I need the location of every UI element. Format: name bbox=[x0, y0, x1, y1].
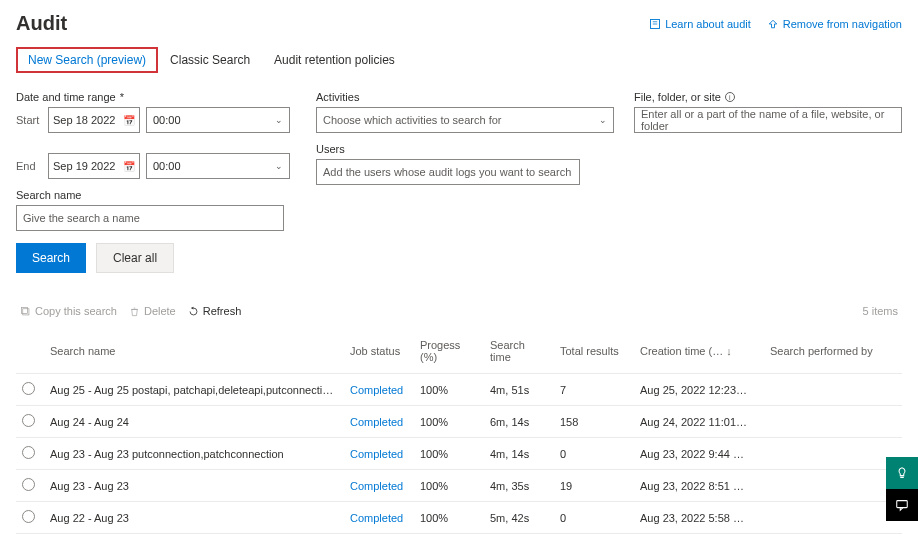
activities-input[interactable]: Choose which activities to search for ⌄ bbox=[316, 107, 614, 133]
trash-icon bbox=[129, 306, 140, 317]
col-header-created[interactable]: Creation time (… ↓ bbox=[634, 329, 764, 374]
cell-search-time: 5m, 42s bbox=[484, 502, 554, 534]
cell-created: Aug 23, 2022 5:58 … bbox=[634, 502, 764, 534]
row-checkbox[interactable] bbox=[22, 510, 35, 523]
cell-name: Aug 23 - Aug 23 bbox=[44, 470, 344, 502]
cell-total: 158 bbox=[554, 406, 634, 438]
table-row[interactable]: Aug 23 - Aug 23Completed100%4m, 35s19Aug… bbox=[16, 470, 902, 502]
chevron-down-icon: ⌄ bbox=[599, 115, 607, 125]
cell-search-time: 4m, 14s bbox=[484, 438, 554, 470]
row-checkbox[interactable] bbox=[22, 382, 35, 395]
calendar-icon: 📅 bbox=[123, 115, 135, 126]
tab-classic-search[interactable]: Classic Search bbox=[158, 47, 262, 73]
start-label: Start bbox=[16, 114, 42, 126]
tab-new-search[interactable]: New Search (preview) bbox=[16, 47, 158, 73]
end-time-input[interactable]: 00:00 ⌄ bbox=[146, 153, 290, 179]
tab-retention-policies[interactable]: Audit retention policies bbox=[262, 47, 407, 73]
learn-about-audit-link[interactable]: Learn about audit bbox=[649, 18, 751, 30]
cell-created: Aug 25, 2022 12:23… bbox=[634, 374, 764, 406]
search-name-input[interactable]: Give the search a name bbox=[16, 205, 284, 231]
cell-name: Aug 23 - Aug 23 putconnection,patchconne… bbox=[44, 438, 344, 470]
chat-button[interactable] bbox=[886, 489, 918, 521]
unpin-icon bbox=[767, 18, 779, 30]
svg-rect-5 bbox=[897, 501, 908, 508]
start-date-input[interactable]: Sep 18 2022 📅 bbox=[48, 107, 140, 133]
cell-created: Aug 23, 2022 8:51 … bbox=[634, 470, 764, 502]
cell-performed bbox=[764, 406, 902, 438]
col-header-total[interactable]: Total results bbox=[554, 329, 634, 374]
activities-label: Activities bbox=[316, 91, 614, 103]
chat-icon bbox=[895, 498, 909, 512]
table-row[interactable]: Aug 25 - Aug 25 postapi, patchapi,delete… bbox=[16, 374, 902, 406]
delete-action[interactable]: Delete bbox=[129, 305, 176, 317]
cell-status[interactable]: Completed bbox=[350, 512, 403, 524]
info-icon[interactable]: i bbox=[725, 92, 735, 102]
book-icon bbox=[649, 18, 661, 30]
cell-search-time: 4m, 51s bbox=[484, 374, 554, 406]
cell-progress: 100% bbox=[414, 438, 484, 470]
cell-search-time: 6m, 14s bbox=[484, 406, 554, 438]
file-input[interactable]: Enter all or a part of the name of a fil… bbox=[634, 107, 902, 133]
refresh-action[interactable]: Refresh bbox=[188, 305, 242, 317]
row-checkbox[interactable] bbox=[22, 478, 35, 491]
cell-name: Aug 25 - Aug 25 postapi, patchapi,delete… bbox=[44, 374, 344, 406]
cell-created: Aug 24, 2022 11:01… bbox=[634, 406, 764, 438]
copy-icon bbox=[20, 306, 31, 317]
chevron-down-icon: ⌄ bbox=[275, 161, 283, 171]
cell-status[interactable]: Completed bbox=[350, 416, 403, 428]
svg-rect-3 bbox=[23, 308, 29, 314]
row-checkbox[interactable] bbox=[22, 414, 35, 427]
col-header-search-time[interactable]: Search time bbox=[484, 329, 554, 374]
cell-performed bbox=[764, 438, 902, 470]
date-range-label: Date and time range bbox=[16, 91, 296, 103]
copy-search-action[interactable]: Copy this search bbox=[20, 305, 117, 317]
tab-bar: New Search (preview) Classic Search Audi… bbox=[16, 47, 902, 73]
cell-created: Aug 23, 2022 9:44 … bbox=[634, 438, 764, 470]
cell-total: 0 bbox=[554, 438, 634, 470]
cell-status[interactable]: Completed bbox=[350, 480, 403, 492]
search-name-label: Search name bbox=[16, 189, 296, 201]
start-time-input[interactable]: 00:00 ⌄ bbox=[146, 107, 290, 133]
refresh-icon bbox=[188, 306, 199, 317]
cell-total: 19 bbox=[554, 470, 634, 502]
search-button[interactable]: Search bbox=[16, 243, 86, 273]
remove-from-navigation-link[interactable]: Remove from navigation bbox=[767, 18, 902, 30]
table-row[interactable]: Aug 23 - Aug 23 putconnection,patchconne… bbox=[16, 438, 902, 470]
end-date-input[interactable]: Sep 19 2022 📅 bbox=[48, 153, 140, 179]
page-title: Audit bbox=[16, 12, 67, 35]
cell-performed bbox=[764, 374, 902, 406]
cell-progress: 100% bbox=[414, 502, 484, 534]
cell-performed bbox=[764, 470, 902, 502]
cell-total: 7 bbox=[554, 374, 634, 406]
cell-progress: 100% bbox=[414, 374, 484, 406]
table-row[interactable]: Aug 22 - Aug 23Completed100%5m, 42s0Aug … bbox=[16, 502, 902, 534]
col-header-performed[interactable]: Search performed by bbox=[764, 329, 902, 374]
table-row[interactable]: Aug 24 - Aug 24Completed100%6m, 14s158Au… bbox=[16, 406, 902, 438]
calendar-icon: 📅 bbox=[123, 161, 135, 172]
feedback-button[interactable] bbox=[886, 457, 918, 489]
col-header-status[interactable]: Job status bbox=[344, 329, 414, 374]
end-label: End bbox=[16, 160, 42, 172]
items-count: 5 items bbox=[863, 305, 898, 317]
file-label: File, folder, or site i bbox=[634, 91, 902, 103]
cell-name: Aug 22 - Aug 23 bbox=[44, 502, 344, 534]
cell-progress: 100% bbox=[414, 470, 484, 502]
cell-name: Aug 24 - Aug 24 bbox=[44, 406, 344, 438]
cell-status[interactable]: Completed bbox=[350, 384, 403, 396]
svg-rect-4 bbox=[21, 307, 27, 313]
cell-performed bbox=[764, 502, 902, 534]
cell-total: 0 bbox=[554, 502, 634, 534]
cell-status[interactable]: Completed bbox=[350, 448, 403, 460]
clear-all-button[interactable]: Clear all bbox=[96, 243, 174, 273]
users-input[interactable]: Add the users whose audit logs you want … bbox=[316, 159, 580, 185]
cell-progress: 100% bbox=[414, 406, 484, 438]
col-header-progress[interactable]: Progess (%) bbox=[414, 329, 484, 374]
search-results-table: Search name Job status Progess (%) Searc… bbox=[16, 329, 902, 534]
chevron-down-icon: ⌄ bbox=[275, 115, 283, 125]
row-checkbox[interactable] bbox=[22, 446, 35, 459]
cell-search-time: 4m, 35s bbox=[484, 470, 554, 502]
lightbulb-icon bbox=[895, 466, 909, 480]
users-label: Users bbox=[316, 143, 614, 155]
col-header-name[interactable]: Search name bbox=[44, 329, 344, 374]
